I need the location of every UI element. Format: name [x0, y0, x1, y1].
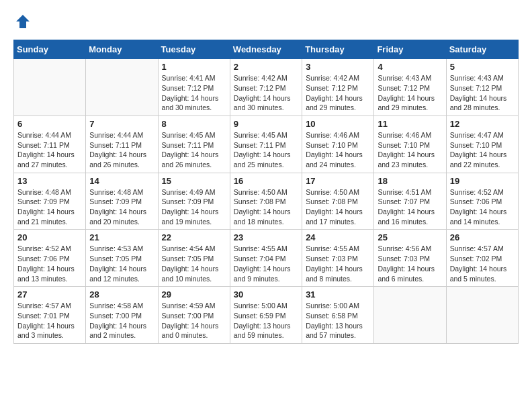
calendar-day-cell: 1Sunrise: 4:41 AMSunset: 7:12 PMDaylight… — [158, 59, 230, 116]
day-number: 5 — [450, 62, 515, 72]
day-info: Sunrise: 4:45 AMSunset: 7:11 PMDaylight:… — [234, 130, 298, 170]
calendar-day-cell: 30Sunrise: 5:00 AMSunset: 6:59 PMDayligh… — [230, 287, 302, 344]
calendar-day-cell — [374, 287, 446, 344]
day-number: 17 — [306, 176, 370, 186]
day-number: 16 — [234, 176, 298, 186]
calendar-day-cell: 25Sunrise: 4:56 AMSunset: 7:03 PMDayligh… — [374, 230, 446, 287]
day-number: 20 — [17, 232, 82, 242]
day-number: 22 — [162, 232, 226, 242]
day-number: 12 — [450, 119, 515, 129]
weekday-header: Wednesday — [230, 40, 302, 59]
day-info: Sunrise: 4:57 AMSunset: 7:02 PMDaylight:… — [450, 244, 515, 283]
svg-marker-0 — [16, 15, 30, 28]
calendar-day-cell: 16Sunrise: 4:50 AMSunset: 7:08 PMDayligh… — [230, 173, 302, 230]
calendar-table: SundayMondayTuesdayWednesdayThursdayFrid… — [13, 40, 519, 344]
calendar-week-row: 20Sunrise: 4:52 AMSunset: 7:06 PMDayligh… — [14, 230, 519, 287]
calendar-day-cell: 3Sunrise: 4:42 AMSunset: 7:12 PMDaylight… — [302, 59, 374, 116]
day-number: 7 — [89, 119, 154, 129]
calendar-day-cell: 28Sunrise: 4:58 AMSunset: 7:00 PMDayligh… — [86, 287, 158, 344]
day-info: Sunrise: 4:52 AMSunset: 7:06 PMDaylight:… — [17, 244, 82, 283]
calendar-week-row: 27Sunrise: 4:57 AMSunset: 7:01 PMDayligh… — [14, 287, 519, 344]
day-info: Sunrise: 4:50 AMSunset: 7:08 PMDaylight:… — [234, 187, 298, 227]
day-number: 4 — [378, 62, 442, 72]
calendar-week-row: 1Sunrise: 4:41 AMSunset: 7:12 PMDaylight… — [14, 59, 519, 116]
calendar-day-cell — [14, 59, 86, 116]
calendar-day-cell: 8Sunrise: 4:45 AMSunset: 7:11 PMDaylight… — [158, 116, 230, 173]
calendar-day-cell: 6Sunrise: 4:44 AMSunset: 7:11 PMDaylight… — [14, 116, 86, 173]
calendar-day-cell: 11Sunrise: 4:46 AMSunset: 7:10 PMDayligh… — [374, 116, 446, 173]
day-number: 19 — [450, 176, 515, 186]
day-number: 30 — [234, 289, 298, 300]
day-number: 26 — [450, 232, 515, 242]
day-number: 18 — [378, 176, 442, 186]
day-info: Sunrise: 4:55 AMSunset: 7:04 PMDaylight:… — [234, 244, 298, 283]
day-number: 1 — [162, 62, 226, 72]
weekday-header: Monday — [86, 40, 158, 59]
day-number: 23 — [234, 232, 298, 242]
day-info: Sunrise: 4:45 AMSunset: 7:11 PMDaylight:… — [162, 130, 226, 170]
calendar-day-cell: 18Sunrise: 4:51 AMSunset: 7:07 PMDayligh… — [374, 173, 446, 230]
calendar-day-cell: 4Sunrise: 4:43 AMSunset: 7:12 PMDaylight… — [374, 59, 446, 116]
calendar-day-cell: 27Sunrise: 4:57 AMSunset: 7:01 PMDayligh… — [14, 287, 86, 344]
day-number: 10 — [306, 119, 370, 129]
day-number: 11 — [378, 119, 442, 129]
day-info: Sunrise: 4:43 AMSunset: 7:12 PMDaylight:… — [450, 73, 515, 113]
day-number: 14 — [89, 176, 154, 186]
day-number: 8 — [162, 119, 226, 129]
day-info: Sunrise: 4:48 AMSunset: 7:09 PMDaylight:… — [17, 187, 82, 227]
day-info: Sunrise: 4:53 AMSunset: 7:05 PMDaylight:… — [89, 244, 154, 283]
day-info: Sunrise: 4:46 AMSunset: 7:10 PMDaylight:… — [306, 130, 370, 170]
day-info: Sunrise: 5:00 AMSunset: 6:58 PMDaylight:… — [306, 301, 370, 340]
day-info: Sunrise: 4:44 AMSunset: 7:11 PMDaylight:… — [89, 130, 154, 170]
calendar-day-cell: 9Sunrise: 4:45 AMSunset: 7:11 PMDaylight… — [230, 116, 302, 173]
day-info: Sunrise: 4:48 AMSunset: 7:09 PMDaylight:… — [89, 187, 154, 227]
calendar-day-cell: 23Sunrise: 4:55 AMSunset: 7:04 PMDayligh… — [230, 230, 302, 287]
day-info: Sunrise: 4:43 AMSunset: 7:12 PMDaylight:… — [378, 73, 442, 113]
day-number: 24 — [306, 232, 370, 242]
day-info: Sunrise: 4:58 AMSunset: 7:00 PMDaylight:… — [89, 301, 154, 340]
day-info: Sunrise: 4:57 AMSunset: 7:01 PMDaylight:… — [17, 301, 82, 340]
calendar-day-cell: 14Sunrise: 4:48 AMSunset: 7:09 PMDayligh… — [86, 173, 158, 230]
calendar-day-cell: 21Sunrise: 4:53 AMSunset: 7:05 PMDayligh… — [86, 230, 158, 287]
calendar-week-row: 6Sunrise: 4:44 AMSunset: 7:11 PMDaylight… — [14, 116, 519, 173]
day-info: Sunrise: 4:59 AMSunset: 7:00 PMDaylight:… — [162, 301, 226, 340]
day-info: Sunrise: 4:44 AMSunset: 7:11 PMDaylight:… — [17, 130, 82, 170]
day-info: Sunrise: 4:46 AMSunset: 7:10 PMDaylight:… — [378, 130, 442, 170]
day-number: 21 — [89, 232, 154, 242]
page-header — [13, 13, 519, 33]
calendar-day-cell: 20Sunrise: 4:52 AMSunset: 7:06 PMDayligh… — [14, 230, 86, 287]
day-number: 2 — [234, 62, 298, 72]
day-number: 6 — [17, 119, 82, 129]
logo-icon — [15, 13, 31, 30]
day-info: Sunrise: 4:55 AMSunset: 7:03 PMDaylight:… — [306, 244, 370, 283]
day-number: 27 — [17, 289, 82, 300]
day-number: 15 — [162, 176, 226, 186]
calendar-day-cell: 7Sunrise: 4:44 AMSunset: 7:11 PMDaylight… — [86, 116, 158, 173]
day-info: Sunrise: 4:47 AMSunset: 7:10 PMDaylight:… — [450, 130, 515, 170]
day-info: Sunrise: 4:49 AMSunset: 7:09 PMDaylight:… — [162, 187, 226, 227]
day-number: 9 — [234, 119, 298, 129]
day-number: 13 — [17, 176, 82, 186]
day-number: 29 — [162, 289, 226, 300]
calendar-day-cell: 15Sunrise: 4:49 AMSunset: 7:09 PMDayligh… — [158, 173, 230, 230]
calendar-day-cell: 2Sunrise: 4:42 AMSunset: 7:12 PMDaylight… — [230, 59, 302, 116]
day-info: Sunrise: 4:52 AMSunset: 7:06 PMDaylight:… — [450, 187, 515, 227]
weekday-header: Sunday — [14, 40, 86, 59]
calendar-day-cell — [86, 59, 158, 116]
day-info: Sunrise: 4:56 AMSunset: 7:03 PMDaylight:… — [378, 244, 442, 283]
day-number: 31 — [306, 289, 370, 300]
calendar-day-cell: 13Sunrise: 4:48 AMSunset: 7:09 PMDayligh… — [14, 173, 86, 230]
calendar-day-cell: 29Sunrise: 4:59 AMSunset: 7:00 PMDayligh… — [158, 287, 230, 344]
calendar-day-cell: 5Sunrise: 4:43 AMSunset: 7:12 PMDaylight… — [446, 59, 518, 116]
calendar-day-cell — [446, 287, 518, 344]
logo — [13, 13, 31, 33]
calendar-day-cell: 17Sunrise: 4:50 AMSunset: 7:08 PMDayligh… — [302, 173, 374, 230]
calendar-day-cell: 26Sunrise: 4:57 AMSunset: 7:02 PMDayligh… — [446, 230, 518, 287]
day-number: 3 — [306, 62, 370, 72]
calendar-week-row: 13Sunrise: 4:48 AMSunset: 7:09 PMDayligh… — [14, 173, 519, 230]
weekday-header: Friday — [374, 40, 446, 59]
calendar-header-row: SundayMondayTuesdayWednesdayThursdayFrid… — [14, 40, 519, 59]
day-info: Sunrise: 4:51 AMSunset: 7:07 PMDaylight:… — [378, 187, 442, 227]
weekday-header: Saturday — [446, 40, 518, 59]
day-info: Sunrise: 4:42 AMSunset: 7:12 PMDaylight:… — [234, 73, 298, 113]
